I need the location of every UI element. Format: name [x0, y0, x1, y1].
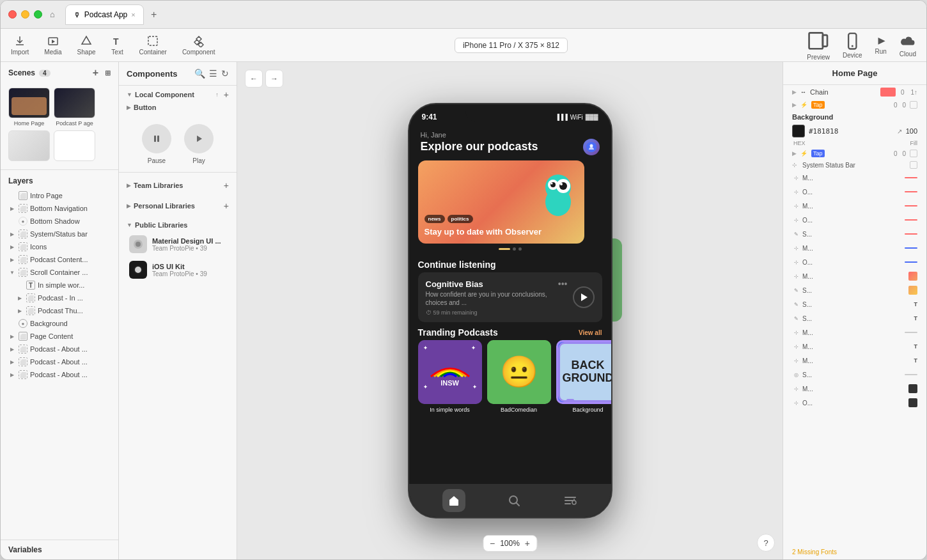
fill-value: 100	[906, 127, 917, 135]
scene-thumb-podcast[interactable]: Podcast P age	[54, 88, 95, 127]
import-button[interactable]: Import	[11, 35, 29, 56]
tap-checkbox-2[interactable]	[910, 150, 917, 157]
text-button[interactable]: T Text	[111, 35, 124, 56]
layer-podcast-about-2[interactable]: ▶ ⬜ Podcast - About ...	[1, 355, 118, 368]
layer-scroll-container[interactable]: ▼ ⬜ Scroll Container ...	[1, 266, 118, 279]
phone-content: Hi, Jane Explore our podcasts	[409, 125, 611, 484]
material-design-lib[interactable]: Material Design UI ... Team ProtoPie • 3…	[119, 231, 237, 257]
trending-card-bad-comedian[interactable]: 😐 BadComedian	[487, 340, 551, 413]
cloud-button[interactable]: Cloud	[900, 33, 916, 58]
public-libraries-header[interactable]: ▼ Public Libraries	[119, 219, 237, 231]
layer-in-simple[interactable]: T In simple wor...	[1, 279, 118, 292]
view-all-button[interactable]: View all	[579, 329, 602, 336]
scene-thumb-3[interactable]	[8, 130, 50, 163]
play-podcast-button[interactable]	[573, 286, 595, 308]
app-window: ⌂ 🎙 Podcast App × + Import Media Shape T…	[0, 0, 927, 560]
play-button[interactable]	[184, 124, 214, 153]
scenes-grid-icon[interactable]: ⊞	[105, 69, 111, 77]
nav-home[interactable]	[442, 489, 465, 512]
scene-thumb-4[interactable]	[54, 130, 95, 163]
layer-icons[interactable]: ▶ ⬜ Icons	[1, 240, 118, 253]
layer-podcast-about-3[interactable]: ▶ ⬜ Podcast - About ...	[1, 368, 118, 381]
add-personal-lib-icon[interactable]: +	[224, 201, 229, 211]
star-icon-3: ✦	[423, 384, 428, 390]
add-tab-button[interactable]: +	[146, 7, 162, 22]
left-panel: Scenes 4 + ⊞ Home Page Podcast P age	[1, 62, 119, 559]
back-button[interactable]: ←	[245, 70, 263, 88]
ri-icon-2: ⊹	[792, 188, 800, 196]
search-icon[interactable]: 🔍	[194, 68, 205, 79]
device-button[interactable]: Device	[843, 31, 862, 59]
run-button[interactable]: Run	[875, 35, 887, 55]
bg-color-row[interactable]: #181818 ↗ 100	[783, 122, 926, 140]
scene-thumbnails: Home Page Podcast P age	[1, 84, 118, 167]
link-icon[interactable]: ↗	[897, 128, 902, 135]
close-button[interactable]	[8, 10, 17, 19]
scene-thumb-home[interactable]: Home Page	[8, 88, 50, 127]
podcast-card-1[interactable]: news politics Stay up to date with Obser…	[418, 160, 584, 244]
layer-background[interactable]: ● Background	[1, 317, 118, 330]
layer-bottom-nav[interactable]: ▶ ⬜ Bottom Navigation	[1, 202, 118, 215]
continue-card[interactable]: Cognitive Bias ••• How confident are you…	[418, 272, 602, 322]
frame-icon: ⬜	[19, 255, 27, 264]
pause-button[interactable]	[142, 124, 171, 153]
layer-bottom-shadow[interactable]: ● Bottom Shadow	[1, 215, 118, 228]
maximize-button[interactable]	[34, 10, 42, 19]
local-component-header[interactable]: ▼ Local Component ↑ +	[127, 89, 229, 100]
personal-libraries-header[interactable]: ▶ Personal Libraries +	[119, 198, 237, 214]
zoom-out-button[interactable]: −	[490, 538, 495, 548]
ios-ui-kit-icon	[129, 261, 147, 279]
active-tab[interactable]: 🎙 Podcast App ×	[65, 4, 144, 25]
layer-podcast-in[interactable]: ▶ ⬜ Podcast - In ...	[1, 292, 118, 304]
trending-card-insw[interactable]: ✦ ✦	[418, 340, 482, 413]
list-icon[interactable]: ☰	[209, 68, 217, 79]
add-lib-icon[interactable]: +	[224, 180, 229, 191]
svg-text:T: T	[113, 36, 119, 47]
ri-row-14: ⊹ M... T	[783, 354, 926, 368]
layer-status-bar[interactable]: ▶ ⬜ System/Status bar	[1, 228, 118, 240]
chain-color-swatch	[880, 88, 896, 97]
container-button[interactable]: Container	[139, 35, 167, 56]
shape-button[interactable]: Shape	[77, 35, 96, 56]
zoom-in-button[interactable]: +	[525, 538, 530, 548]
nav-playlist[interactable]	[563, 494, 577, 508]
refresh-icon[interactable]: ↻	[221, 68, 229, 79]
right-panel-header: Home Page	[783, 62, 926, 85]
bg-checkbox[interactable]	[910, 101, 917, 109]
page-title: Home Page	[832, 68, 878, 78]
frame-icon: ⬜	[19, 229, 27, 238]
tab-close-icon[interactable]: ×	[131, 11, 135, 19]
ri-icon-10: ✎	[792, 300, 800, 308]
ios-ui-kit-sub: Team ProtoPie • 39	[152, 270, 226, 277]
tap-icon-2: ⚡	[800, 150, 807, 157]
bg-color-swatch[interactable]	[792, 125, 805, 137]
expand-icon: ▶	[792, 89, 797, 95]
nav-search[interactable]	[507, 494, 521, 508]
team-libraries-header[interactable]: ▶ Team Libraries +	[119, 178, 237, 193]
svg-rect-7	[154, 136, 156, 142]
signal-icon: ▐▐▐	[556, 114, 568, 120]
sys-status-checkbox[interactable]	[910, 161, 917, 169]
device-selector[interactable]: iPhone 11 Pro / X 375 × 812	[455, 38, 568, 53]
forward-button[interactable]: →	[265, 70, 283, 88]
trending-card-background[interactable]: BACKGROUND Background	[556, 340, 611, 413]
add-component-icon[interactable]: +	[224, 89, 229, 100]
ri-row-16: ⊹ M...	[783, 382, 926, 396]
svg-point-6	[852, 45, 853, 47]
more-options-icon[interactable]: •••	[558, 279, 568, 289]
layer-podcast-thu[interactable]: ▶ ⬜ Podcast Thu...	[1, 304, 118, 317]
button-section-header[interactable]: ▶ Button	[127, 104, 229, 111]
preview-button[interactable]: Preview	[807, 29, 830, 61]
layer-page-content[interactable]: ▶ ⬜ Page Content	[1, 330, 118, 343]
add-scene-button[interactable]: +	[93, 67, 98, 79]
minimize-button[interactable]	[21, 10, 29, 19]
layer-intro-page[interactable]: ⬜ Intro Page	[1, 189, 118, 202]
ios-ui-kit-lib[interactable]: iOS UI Kit Team ProtoPie • 39	[119, 257, 237, 283]
missing-fonts-label[interactable]: 2 Missing Fonts	[783, 545, 926, 559]
component-button[interactable]: Component	[182, 35, 215, 56]
media-button[interactable]: Media	[44, 35, 61, 56]
layer-podcast-content[interactable]: ▶ ⬜ Podcast Content...	[1, 253, 118, 266]
layer-podcast-about-1[interactable]: ▶ ⬜ Podcast - About ...	[1, 343, 118, 355]
team-libraries-section: ▶ Team Libraries +	[119, 175, 237, 196]
help-button[interactable]: ?	[757, 534, 775, 552]
